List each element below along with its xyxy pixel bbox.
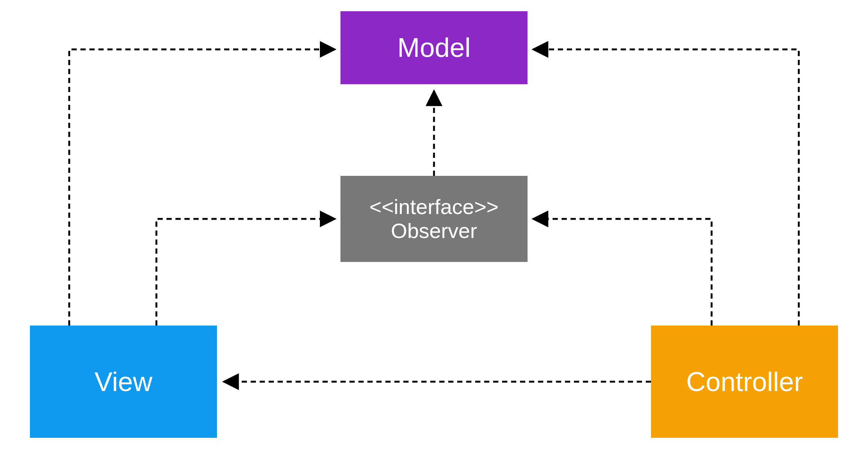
arrow-view-to-model — [69, 49, 335, 326]
arrow-controller-to-model — [533, 49, 799, 326]
controller-box: Controller — [651, 326, 838, 438]
observer-box: <<interface>> Observer — [340, 176, 528, 262]
observer-stereotype: <<interface>> — [369, 195, 499, 219]
view-label: View — [95, 366, 153, 397]
arrow-view-to-observer — [156, 219, 335, 326]
arrow-controller-to-observer — [533, 219, 712, 326]
view-box: View — [30, 326, 217, 438]
observer-label: Observer — [391, 219, 477, 243]
model-box: Model — [340, 11, 528, 84]
model-label: Model — [397, 32, 471, 63]
controller-label: Controller — [686, 366, 803, 397]
mvc-observer-diagram: Model <<interface>> Observer View Contro… — [0, 0, 868, 464]
